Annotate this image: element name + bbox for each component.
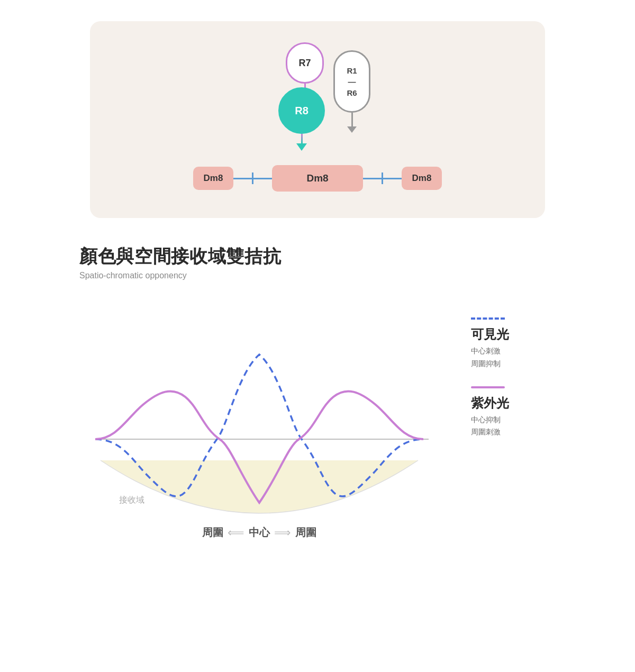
left-line1 (233, 178, 252, 179)
dm8-right: Dm8 (402, 167, 442, 190)
left-arrow-icon: ⟸ (228, 526, 244, 540)
r1r6-label-dash: — (348, 76, 356, 87)
receptive-field-label: 接收域 (119, 495, 144, 504)
visible-light-sub2: 周圍抑制 (471, 358, 556, 370)
uv-light-line-icon (471, 386, 505, 388)
r8-stem (301, 134, 303, 143)
axis-left-label: 周圍 (202, 525, 223, 540)
bowl-fill (101, 460, 418, 513)
visible-light-sub1: 中心刺激 (471, 345, 556, 358)
visible-light-sub: 中心刺激 周圍抑制 (471, 345, 556, 370)
wave-svg: 接收域 (79, 296, 439, 540)
receptors-container: R7 R8 R1 — R6 (228, 42, 407, 164)
dm8-row: Dm8 Dm8 Dm8 (193, 165, 442, 192)
left-line2 (253, 178, 272, 179)
uv-light-sub1: 中心抑制 (471, 414, 556, 426)
r8-pill: R8 (278, 87, 325, 134)
right-inhibit-connector (363, 172, 402, 184)
axis-center-label: 中心 (249, 525, 270, 540)
dm8-left: Dm8 (193, 167, 234, 190)
chart-legend-row: 接收域 周圍 ⟸ 中心 ⟹ 周圍 可見光 中心刺激 周圍抑制 (79, 296, 556, 540)
right-arrow-icon: ⟹ (274, 526, 291, 540)
uv-light-sub: 中心抑制 周圍刺激 (471, 414, 556, 439)
uv-light-label: 紫外光 (471, 395, 556, 412)
left-inhibit-connector (233, 172, 272, 184)
r1r6-label-line2: R6 (347, 87, 357, 98)
axis-right-label: 周圍 (295, 525, 316, 540)
visible-light-line-icon (471, 317, 505, 320)
right-line2 (383, 178, 402, 179)
dm8-center: Dm8 (272, 165, 362, 192)
axis-labels: 周圍 ⟸ 中心 ⟹ 周圍 (79, 525, 439, 540)
legend-uv-light: 紫外光 中心抑制 周圍刺激 (471, 386, 556, 439)
receptor-r1r6: R1 — R6 (333, 50, 370, 133)
title-en: Spatio-chromatic opponency (79, 271, 556, 280)
title-block: 顏色與空間接收域雙拮抗 Spatio-chromatic opponency (79, 244, 556, 280)
top-diagram: R7 R8 R1 — R6 Dm8 (90, 21, 545, 218)
legend: 可見光 中心刺激 周圍抑制 紫外光 中心抑制 周圍刺激 (471, 296, 556, 439)
r1r6-stem (351, 113, 353, 126)
title-zh: 顏色與空間接收域雙拮抗 (79, 244, 556, 269)
r1r6-arrow (347, 126, 357, 133)
r8-arrow (296, 143, 307, 151)
chart-area: 接收域 周圍 ⟸ 中心 ⟹ 周圍 (79, 296, 439, 540)
r1r6-label-line1: R1 (347, 65, 357, 76)
visible-light-label: 可見光 (471, 326, 556, 343)
right-line1 (363, 178, 382, 179)
r1r6-pill: R1 — R6 (333, 50, 370, 113)
receptor-r8: R8 (278, 87, 325, 151)
legend-visible-light: 可見光 中心刺激 周圍抑制 (471, 317, 556, 370)
bottom-section: 顏色與空間接收域雙拮抗 Spatio-chromatic opponency (79, 244, 556, 540)
r7-pill: R7 (286, 42, 324, 84)
uv-light-sub2: 周圍刺激 (471, 426, 556, 439)
